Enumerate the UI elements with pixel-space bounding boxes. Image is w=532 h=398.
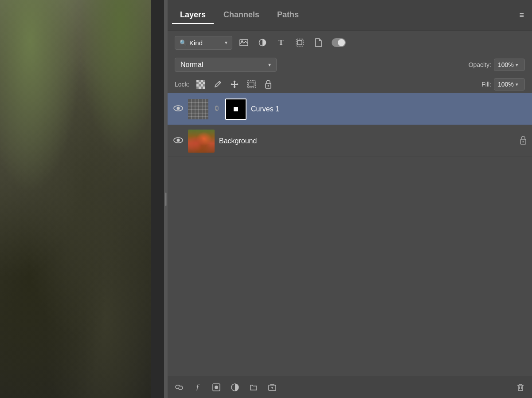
svg-rect-19 — [201, 87, 203, 89]
opacity-chevron-icon: ▾ — [516, 62, 518, 68]
blend-mode-dropdown[interactable]: Normal ▾ — [175, 58, 277, 72]
search-icon: 🔍 — [180, 39, 187, 46]
tab-channels[interactable]: Channels — [215, 7, 267, 24]
svg-rect-8 — [203, 80, 205, 82]
add-style-button[interactable]: ƒ — [192, 381, 204, 394]
lock-pixels-button[interactable] — [195, 78, 207, 91]
fill-input[interactable]: 100% ▾ — [494, 78, 525, 91]
svg-point-1 — [241, 40, 243, 42]
kind-filter-dropdown[interactable]: 🔍 Kind ▾ — [175, 36, 232, 50]
create-group-button[interactable] — [247, 381, 260, 394]
fill-chevron-icon: ▾ — [516, 82, 518, 87]
panel-menu-button[interactable]: ≡ — [516, 9, 528, 22]
mask-thumbnail — [225, 99, 246, 120]
layer-item-curves1[interactable]: Curves 1 — [168, 93, 532, 125]
blend-mode-row: Normal ▾ Opacity: 100% ▾ — [168, 54, 532, 75]
svg-rect-16 — [203, 84, 205, 87]
fill-label: Fill: — [481, 81, 491, 88]
svg-point-26 — [177, 107, 180, 110]
layer-name-curves1: Curves 1 — [251, 105, 527, 113]
opacity-section: Opacity: 100% ▾ — [469, 59, 525, 71]
filter-shape-icon[interactable] — [293, 35, 307, 50]
svg-rect-10 — [199, 82, 201, 84]
svg-rect-22 — [249, 82, 254, 87]
tab-layers[interactable]: Layers — [172, 7, 214, 24]
lock-label: Lock: — [175, 81, 189, 88]
svg-rect-11 — [201, 82, 203, 84]
mask-center — [234, 107, 238, 111]
opacity-input[interactable]: 100% ▾ — [494, 59, 525, 71]
layer-name-background: Background — [219, 137, 515, 145]
svg-point-44 — [215, 386, 218, 389]
svg-rect-9 — [196, 82, 199, 84]
filter-row: 🔍 Kind ▾ T — [168, 31, 532, 54]
photo-canvas — [0, 0, 151, 398]
filter-image-icon[interactable] — [237, 35, 251, 50]
blend-mode-label: Normal — [180, 61, 203, 69]
svg-rect-15 — [201, 84, 203, 87]
filter-smart-icon[interactable] — [311, 35, 325, 50]
layer-lock-icon — [520, 136, 527, 146]
delete-layer-button[interactable] — [514, 381, 527, 394]
panel-divider[interactable] — [164, 0, 168, 398]
lock-artboard-button[interactable] — [245, 78, 258, 91]
add-layer-button[interactable] — [266, 381, 278, 394]
add-mask-button[interactable] — [210, 381, 223, 394]
tab-paths[interactable]: Paths — [269, 7, 307, 24]
link-layers-button[interactable] — [173, 381, 185, 394]
filter-pixel-toggle[interactable] — [332, 38, 346, 47]
opacity-value: 100% — [498, 61, 514, 68]
filter-adjustment-icon[interactable] — [255, 35, 270, 50]
background-thumbnail-image — [188, 130, 215, 153]
lock-paint-button[interactable] — [211, 78, 224, 91]
adjustment-layer-thumbnail — [188, 99, 208, 119]
photo-canvas-area — [0, 0, 164, 398]
svg-point-42 — [523, 141, 524, 142]
svg-point-24 — [268, 85, 269, 87]
layer-visibility-background[interactable] — [173, 136, 184, 146]
svg-rect-13 — [196, 84, 199, 87]
fill-section: Fill: 100% ▾ — [481, 78, 525, 91]
layer-visibility-curves1[interactable] — [173, 104, 184, 114]
opacity-label: Opacity: — [469, 61, 491, 68]
bottom-toolbar: ƒ — [168, 376, 532, 398]
svg-rect-18 — [199, 87, 201, 89]
svg-rect-6 — [199, 80, 201, 82]
lock-row: Lock: — [168, 75, 532, 93]
layers-panel: Layers Channels Paths ≡ 🔍 Kind ▾ — [168, 0, 532, 398]
lock-all-button[interactable] — [262, 78, 274, 91]
svg-rect-20 — [203, 87, 205, 89]
blend-mode-chevron-icon: ▾ — [268, 62, 271, 68]
svg-rect-14 — [199, 84, 201, 87]
svg-point-40 — [177, 139, 180, 142]
kind-label: Kind — [189, 39, 203, 47]
svg-rect-17 — [196, 87, 199, 89]
fill-value: 100% — [498, 81, 514, 88]
svg-rect-4 — [297, 40, 302, 45]
lock-move-button[interactable] — [228, 78, 241, 91]
layer-item-background[interactable]: Background — [168, 125, 532, 157]
kind-chevron-icon: ▾ — [225, 39, 227, 46]
layers-list: Curves 1 Background — [168, 93, 532, 376]
svg-rect-5 — [196, 80, 199, 82]
add-adjustment-button[interactable] — [229, 381, 241, 394]
background-thumbnail — [188, 130, 215, 153]
filter-text-icon[interactable]: T — [274, 35, 288, 50]
svg-rect-7 — [201, 80, 203, 82]
layer-link-icon — [213, 104, 221, 114]
svg-rect-12 — [203, 82, 205, 84]
tabs-row: Layers Channels Paths ≡ — [168, 0, 532, 31]
